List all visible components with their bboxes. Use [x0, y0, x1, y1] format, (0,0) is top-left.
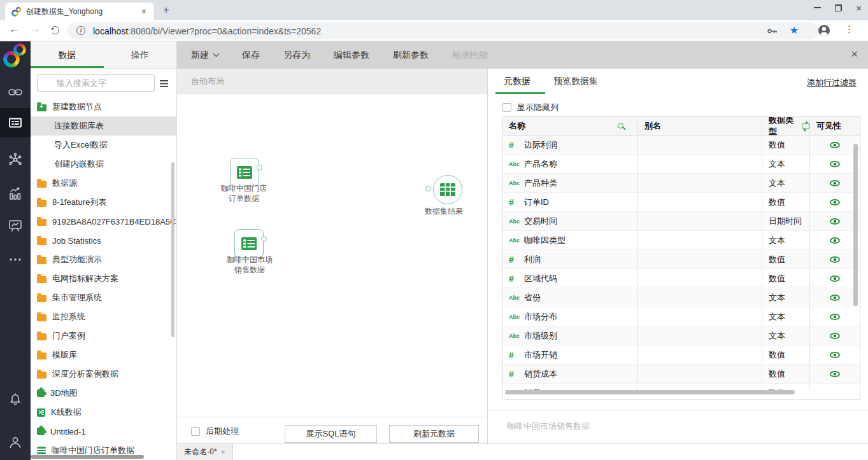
post-process-checkbox[interactable] — [191, 427, 200, 436]
tree-item-data-source[interactable]: 数据源 — [31, 174, 177, 193]
visibility-eye-icon[interactable] — [830, 218, 840, 225]
nav-data-flow-icon[interactable] — [0, 145, 31, 174]
tree-horizontal-scrollbar[interactable] — [31, 455, 144, 459]
column-header-datatype[interactable]: 数据类型 — [762, 117, 809, 135]
search-input[interactable] — [37, 74, 155, 92]
table-row[interactable]: Abc咖啡因类型文本 — [502, 231, 860, 250]
table-horizontal-scrollbar[interactable] — [505, 390, 795, 394]
visibility-eye-icon[interactable] — [830, 333, 840, 339]
refresh-metadata-button[interactable]: 刷新元数据 — [389, 425, 479, 443]
profile-avatar[interactable] — [817, 24, 831, 38]
node-dataset-result[interactable] — [433, 175, 462, 204]
visibility-eye-icon[interactable] — [830, 142, 840, 148]
browser-menu-icon[interactable]: ⋮ — [844, 24, 854, 35]
tab-preview-dataset[interactable]: 预览数据集 — [553, 76, 598, 87]
nav-user-icon[interactable] — [0, 428, 31, 457]
tree-item-market-mgmt[interactable]: 集市管理系统 — [31, 288, 177, 307]
show-hidden-checkbox[interactable] — [502, 103, 511, 112]
tree-item-hash-folder[interactable]: 9192BA8A027F6371B4ED18A5C6 — [31, 212, 177, 231]
nav-more-icon[interactable] — [0, 245, 31, 274]
tree-item-grid-solution[interactable]: 电网指标解决方案 — [31, 269, 177, 288]
tab-close-icon[interactable]: × — [139, 6, 149, 17]
save-button[interactable]: 保存 — [242, 50, 260, 61]
nav-bell-icon[interactable] — [0, 385, 31, 414]
tree-vertical-scrollbar[interactable] — [171, 162, 174, 337]
tab-data[interactable]: 数据 — [31, 41, 104, 68]
back-icon[interactable]: ← — [9, 23, 20, 36]
nav-dataset-icon[interactable] — [0, 108, 31, 137]
column-header-alias[interactable]: 别名 — [637, 117, 762, 135]
new-tab-button[interactable]: + — [163, 4, 169, 17]
table-row[interactable]: #订单ID数值 — [502, 193, 860, 212]
close-editor-icon[interactable]: × — [851, 48, 858, 60]
table-row[interactable]: Abc产品名称文本 — [502, 155, 860, 174]
post-process-option[interactable]: 后期处理 — [191, 426, 239, 437]
tree-item-create-embedded[interactable]: 创建内嵌数据 — [31, 155, 177, 174]
browser-tab[interactable]: 创建数据集_Yonghong × — [5, 3, 154, 20]
visibility-eye-icon[interactable] — [830, 275, 840, 282]
tree-item-template-lib[interactable]: 模版库 — [31, 345, 177, 365]
column-header-name[interactable]: 名称 — [502, 117, 637, 135]
column-header-visibility[interactable]: 可见性 — [809, 117, 860, 135]
tree-item-job-statistics[interactable]: Job Statistics — [31, 231, 177, 250]
table-row[interactable]: #利润数值 — [502, 250, 860, 269]
table-row[interactable]: Abc交易时间日期时间 — [502, 212, 860, 231]
tree-item-kline-data[interactable]: K线数据 — [31, 403, 177, 422]
new-button[interactable]: 新建 — [191, 50, 218, 61]
tab-close-icon[interactable]: × — [221, 448, 225, 457]
tree-item-monitor-system[interactable]: 监控系统 — [31, 307, 177, 326]
tree-item-import-excel[interactable]: 导入Excel数据 — [31, 136, 177, 155]
table-vertical-scrollbar[interactable] — [853, 144, 858, 306]
show-sql-button[interactable]: 展示SQL语句 — [285, 425, 377, 443]
tree-item-untitled-1[interactable]: Untitled-1 — [31, 422, 177, 441]
visibility-eye-icon[interactable] — [830, 390, 840, 391]
window-restore-icon[interactable] — [835, 4, 842, 11]
visibility-eye-icon[interactable] — [830, 352, 840, 358]
reload-icon[interactable] — [51, 26, 59, 34]
table-row[interactable]: #边际利润数值 — [502, 136, 860, 155]
nav-presentation-icon[interactable] — [0, 211, 31, 240]
password-key-icon[interactable] — [767, 26, 778, 36]
tree-item-typical-demo[interactable]: 典型功能演示 — [31, 250, 177, 269]
tree-item-portal-case[interactable]: 门户案例 — [31, 326, 177, 345]
tree-item-deep-analysis[interactable]: 深度分析案例数据 — [31, 365, 177, 384]
refresh-params-button[interactable]: 刷新参数 — [393, 50, 429, 61]
visibility-eye-icon[interactable] — [830, 161, 840, 167]
nav-link-icon[interactable] — [0, 78, 31, 107]
node-output-port[interactable] — [257, 165, 262, 171]
tab-operations[interactable]: 操作 — [104, 41, 177, 68]
table-row[interactable]: #销量数值 — [502, 384, 860, 390]
table-row[interactable]: #区域代码数值 — [502, 269, 860, 288]
tree-item-new-data-node[interactable]: 新建数据节点 — [31, 97, 177, 116]
visibility-eye-icon[interactable] — [830, 295, 840, 301]
tab-metadata[interactable]: 元数据 — [504, 76, 530, 87]
check-performance-button[interactable]: 检测性能 — [452, 50, 488, 61]
table-row[interactable]: #销货成本数值 — [502, 365, 860, 384]
site-info-icon[interactable]: i — [76, 26, 85, 35]
visibility-eye-icon[interactable] — [830, 237, 840, 244]
visibility-eye-icon[interactable] — [830, 256, 840, 263]
omnibox[interactable]: i localhost:8080/bi/Viewer?proc=0&action… — [68, 22, 819, 39]
column-search-icon[interactable] — [618, 123, 623, 129]
window-minimize-icon[interactable] — [814, 7, 821, 8]
edit-params-button[interactable]: 编辑参数 — [334, 50, 369, 61]
forward-icon[interactable]: → — [30, 23, 41, 36]
node-input-port[interactable] — [425, 186, 431, 192]
nav-chart-icon[interactable] — [0, 179, 31, 209]
list-menu-icon[interactable] — [160, 80, 168, 81]
visibility-eye-icon[interactable] — [830, 180, 840, 186]
visibility-eye-icon[interactable] — [830, 199, 840, 206]
tree-item-feature-list[interactable]: 8-1feature列表 — [31, 193, 177, 212]
node-output-port[interactable] — [261, 236, 267, 242]
table-row[interactable]: Abc市场级别文本 — [502, 326, 860, 345]
table-row[interactable]: Abc省份文本 — [502, 288, 860, 307]
visibility-eye-icon[interactable] — [830, 314, 840, 320]
tree-item-connect-db-table[interactable]: 连接数据库表 — [31, 116, 177, 136]
table-row[interactable]: Abc产品种类文本 — [502, 174, 860, 193]
canvas-body[interactable]: 咖啡中国门店订单数据 数据集结果 咖啡中国市场销售数据 — [177, 94, 487, 417]
save-as-button[interactable]: 另存为 — [283, 50, 310, 61]
tree-item-3d-map[interactable]: 3D地图 — [31, 384, 177, 403]
window-close-icon[interactable]: × — [856, 3, 862, 13]
convert-type-icon[interactable] — [802, 123, 809, 129]
bookmark-star-icon[interactable]: ★ — [790, 24, 799, 36]
